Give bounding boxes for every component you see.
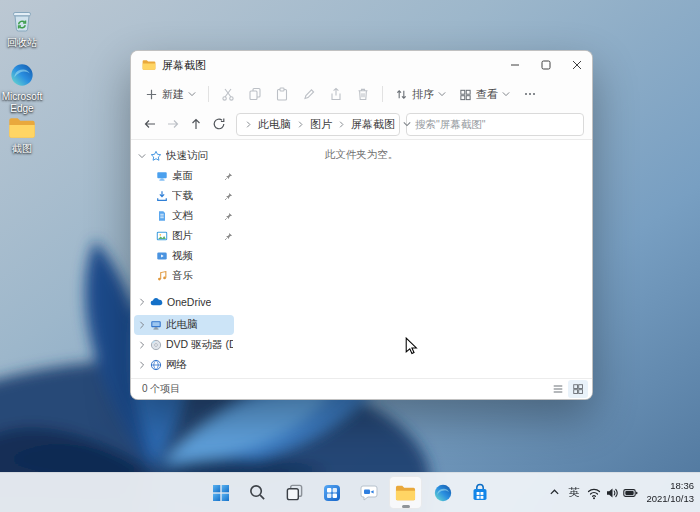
chevron-collapsed-icon[interactable] <box>138 361 146 369</box>
breadcrumb-chevron-icon[interactable] <box>338 121 345 128</box>
minimize-icon <box>510 60 520 70</box>
sidebar-item-onedrive[interactable]: OneDrive <box>131 292 237 312</box>
chevron-collapsed-icon[interactable] <box>138 321 146 329</box>
clock[interactable]: 18:36 2021/10/13 <box>646 480 694 505</box>
window-title: 屏幕截图 <box>162 58 206 73</box>
sidebar-item-label: DVD 驱动器 (D:) C <box>166 338 233 352</box>
network-icon <box>150 359 162 371</box>
videos-icon <box>156 250 168 262</box>
rename-button[interactable] <box>296 82 322 106</box>
thumbnail-view-toggle[interactable] <box>568 380 588 398</box>
breadcrumb-chevron-icon[interactable] <box>245 121 252 128</box>
sidebar-item-network[interactable]: 网络 <box>131 355 237 375</box>
address-bar[interactable]: 此电脑 图片 屏幕截图 <box>236 113 400 136</box>
desktop-icon-edge[interactable]: Microsoft Edge <box>0 62 50 114</box>
sidebar-item-quick-access[interactable]: 快速访问 <box>131 146 237 166</box>
folder-content-area[interactable] <box>237 140 592 378</box>
sidebar-item-label: 文档 <box>172 209 193 223</box>
desktop-icon-label: Microsoft Edge <box>0 91 50 114</box>
view-button[interactable]: 查看 <box>453 82 516 106</box>
thumbnail-view-icon <box>572 383 584 395</box>
back-button[interactable] <box>139 113 161 135</box>
sort-button[interactable]: 排序 <box>389 82 452 106</box>
quick-settings-button[interactable] <box>587 486 638 500</box>
refresh-button[interactable] <box>208 113 230 135</box>
share-button[interactable] <box>323 82 349 106</box>
language-indicator[interactable]: 英 <box>568 485 579 500</box>
task-view-icon <box>285 483 304 502</box>
forward-arrow-icon <box>166 117 180 131</box>
breadcrumb-this-pc[interactable]: 此电脑 <box>254 117 295 132</box>
edge-button[interactable] <box>426 476 459 509</box>
address-dropdown-icon[interactable] <box>403 120 411 128</box>
search-input[interactable] <box>406 113 584 136</box>
sidebar-item-dvd-drive[interactable]: DVD 驱动器 (D:) C <box>131 335 237 355</box>
chevron-down-icon <box>438 90 446 98</box>
copy-icon <box>248 87 262 101</box>
desktop-folder-icon <box>156 170 168 182</box>
quick-access-star-icon <box>150 150 162 162</box>
widgets-button[interactable] <box>315 476 348 509</box>
sidebar-item-music[interactable]: 音乐 <box>131 266 237 286</box>
chevron-collapsed-icon[interactable] <box>138 298 146 306</box>
start-button[interactable] <box>204 476 237 509</box>
chevron-up-icon <box>549 487 560 498</box>
sidebar-item-downloads[interactable]: 下载 <box>131 186 237 206</box>
breadcrumb-pictures[interactable]: 图片 <box>306 117 336 132</box>
folder-icon <box>142 59 156 71</box>
paste-icon <box>275 87 289 101</box>
desktop-icon-folder[interactable]: 截图 <box>0 116 50 155</box>
file-explorer-button[interactable] <box>389 476 422 509</box>
desktop-icon-recycle-bin[interactable]: 回收站 <box>0 6 50 49</box>
up-button[interactable] <box>185 113 207 135</box>
window-body: 快速访问 桌面 下载 文档 <box>131 140 592 378</box>
desktop-icon-label: 回收站 <box>7 37 37 49</box>
taskbar-search-button[interactable] <box>241 476 274 509</box>
more-dots-icon <box>523 87 537 101</box>
forward-button[interactable] <box>162 113 184 135</box>
details-view-toggle[interactable] <box>548 380 568 398</box>
onedrive-cloud-icon <box>150 297 163 307</box>
folder-icon <box>8 116 36 140</box>
edge-icon <box>433 483 453 503</box>
window-titlebar[interactable]: 屏幕截图 <box>131 51 592 79</box>
file-explorer-icon <box>395 484 416 502</box>
more-options-button[interactable] <box>517 82 543 106</box>
toolbar-separator <box>208 86 209 102</box>
minimize-button[interactable] <box>499 51 530 79</box>
chat-button[interactable] <box>352 476 385 509</box>
chevron-collapsed-icon[interactable] <box>138 341 146 349</box>
new-button[interactable]: 新建 <box>139 82 202 106</box>
sidebar-item-videos[interactable]: 视频 <box>131 246 237 266</box>
toolbar-separator <box>382 86 383 102</box>
sidebar-item-label: 快速访问 <box>166 149 208 163</box>
volume-icon <box>605 486 619 500</box>
desktop: 回收站 Microsoft Edge 截图 屏幕截图 <box>0 0 700 512</box>
sidebar-item-desktop[interactable]: 桌面 <box>131 166 237 186</box>
maximize-button[interactable] <box>530 51 561 79</box>
chevron-down-icon <box>502 90 510 98</box>
cut-button[interactable] <box>215 82 241 106</box>
sort-button-label: 排序 <box>412 87 434 102</box>
window-controls <box>499 51 592 79</box>
address-bar-row: 此电脑 图片 屏幕截图 <box>131 109 592 140</box>
command-bar: 新建 排序 <box>131 79 592 109</box>
hidden-icons-button[interactable] <box>549 487 560 498</box>
pin-icon <box>224 232 233 241</box>
sidebar-item-this-pc[interactable]: 此电脑 <box>134 315 234 335</box>
store-button[interactable] <box>463 476 496 509</box>
view-icon <box>459 88 472 101</box>
close-button[interactable] <box>561 51 592 79</box>
this-pc-icon <box>150 319 162 331</box>
back-arrow-icon <box>143 117 157 131</box>
sidebar-item-label: 下载 <box>172 189 193 203</box>
task-view-button[interactable] <box>278 476 311 509</box>
copy-button[interactable] <box>242 82 268 106</box>
chevron-expanded-icon[interactable] <box>138 152 146 160</box>
delete-button[interactable] <box>350 82 376 106</box>
breadcrumb-screenshots[interactable]: 屏幕截图 <box>347 117 399 132</box>
sidebar-item-documents[interactable]: 文档 <box>131 206 237 226</box>
paste-button[interactable] <box>269 82 295 106</box>
sidebar-item-pictures[interactable]: 图片 <box>131 226 237 246</box>
breadcrumb-chevron-icon[interactable] <box>297 121 304 128</box>
